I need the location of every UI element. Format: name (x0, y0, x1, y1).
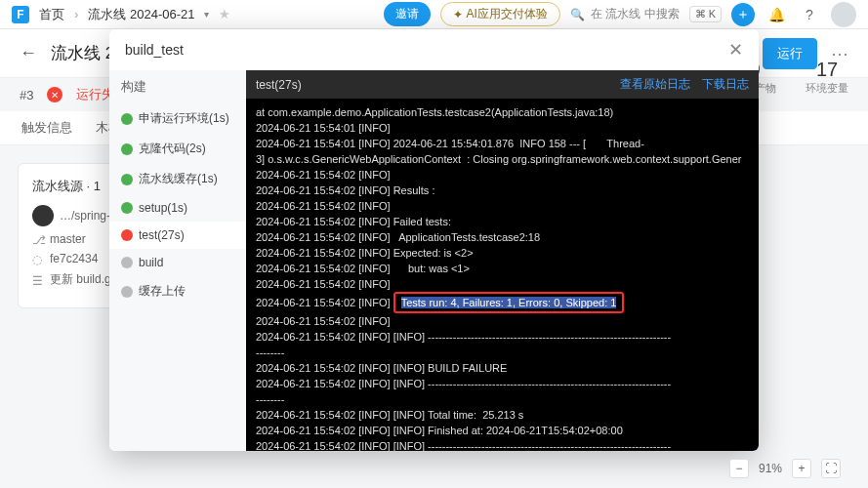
step-status-icon (121, 202, 133, 214)
step-item-6[interactable]: 缓存上传 (109, 276, 246, 306)
step-label: test(27s) (139, 228, 185, 242)
step-label: setup(1s) (139, 201, 187, 215)
step-label: 申请运行环境(1s) (139, 110, 229, 127)
step-list: 构建 申请运行环境(1s)克隆代码(2s)流水线缓存(1s)setup(1s)t… (109, 70, 246, 451)
log-title: test(27s) (256, 78, 302, 92)
step-list-heading: 构建 (109, 70, 246, 103)
modal-backdrop: build_test ✕ 构建 申请运行环境(1s)克隆代码(2s)流水线缓存(… (0, 0, 868, 488)
step-item-4[interactable]: test(27s) (109, 222, 246, 249)
step-item-0[interactable]: 申请运行环境(1s) (109, 103, 246, 134)
download-log-link[interactable]: 下载日志 (702, 76, 749, 93)
zoom-in-button[interactable]: + (792, 459, 811, 478)
step-item-3[interactable]: setup(1s) (109, 194, 246, 222)
step-status-icon (121, 143, 133, 155)
zoom-percent: 91% (759, 462, 782, 475)
step-status-icon (121, 113, 133, 125)
step-status-icon (121, 229, 133, 241)
build-log-modal: build_test ✕ 构建 申请运行环境(1s)克隆代码(2s)流水线缓存(… (109, 29, 759, 451)
fit-screen-button[interactable]: ⛶ (821, 459, 841, 478)
step-status-icon (121, 257, 133, 268)
step-status-icon (121, 174, 133, 185)
close-icon[interactable]: ✕ (728, 39, 743, 61)
step-label: build (139, 256, 163, 269)
step-item-5[interactable]: build (109, 249, 246, 276)
step-label: 克隆代码(2s) (139, 141, 206, 157)
step-status-icon (121, 286, 133, 298)
zoom-out-button[interactable]: − (729, 459, 749, 478)
view-raw-log-link[interactable]: 查看原始日志 (620, 76, 690, 93)
step-label: 缓存上传 (139, 283, 186, 300)
step-label: 流水线缓存(1s) (139, 171, 218, 187)
step-item-1[interactable]: 克隆代码(2s) (109, 134, 246, 164)
modal-title: build_test (125, 42, 184, 58)
step-item-2[interactable]: 流水线缓存(1s) (109, 164, 246, 194)
log-content[interactable]: at com.example.demo.ApplicationTests.tes… (246, 99, 759, 451)
